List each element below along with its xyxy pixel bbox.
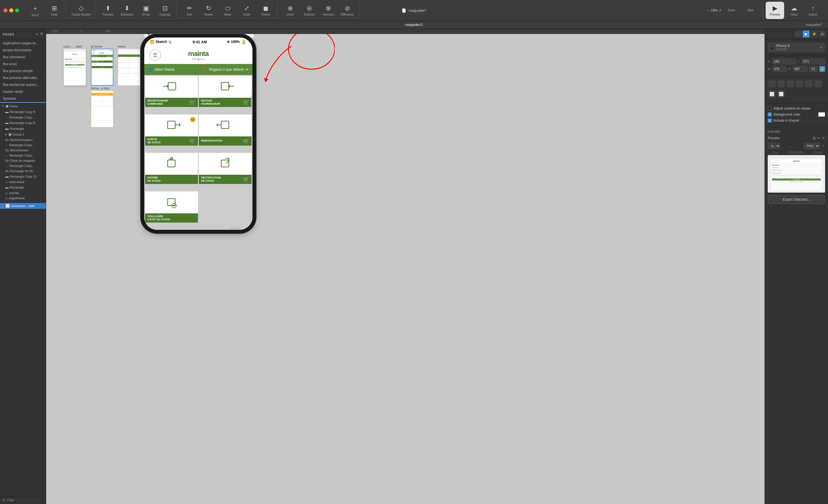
export-toolbar-button[interactable]: ↑ Export xyxy=(804,2,822,19)
tile-sortie-stock[interactable]: 12 SORTIEDE STOCK 🛒 xyxy=(145,114,198,146)
layer-overlay[interactable]: ◎ overlay xyxy=(3,190,46,195)
align-center-v-button[interactable]: ⬛ xyxy=(804,80,813,88)
presets-close-icon[interactable]: ✕ xyxy=(822,136,825,140)
page-item-flux-process-alt[interactable]: flux-process-alternativ... xyxy=(0,75,46,81)
layer-synchronisation[interactable]: Aa Synchronisation xyxy=(3,137,46,142)
distribute-v-button[interactable]: ⬜ xyxy=(777,90,785,98)
tile-entree-stock[interactable]: ENTRÉEDE STOCK xyxy=(145,153,198,184)
layer-deconnexion[interactable]: Aa Déconnexion xyxy=(3,148,46,153)
export-size-select[interactable]: 1x xyxy=(768,143,780,149)
align-bottom-button[interactable]: ⬛ xyxy=(814,80,822,88)
settings-icon[interactable]: ⚡ xyxy=(811,31,818,38)
lock-proportions-toggle[interactable]: 🔒 xyxy=(819,66,825,72)
create-symbol-button[interactable]: ◇ Create Symbol xyxy=(70,2,93,19)
zoom-in-icon[interactable]: + xyxy=(719,8,721,13)
more-icon[interactable]: ⊞ xyxy=(819,31,826,38)
backward-button[interactable]: ⬇ Backward xyxy=(118,2,136,19)
background-color-checkbox[interactable]: ✓ xyxy=(768,112,772,117)
align-left-button[interactable]: ⬛ xyxy=(768,80,776,88)
tile-visualiser[interactable]: VISUALISERL'ÉTAT DU STOCK xyxy=(145,191,198,223)
layer-rect-copy8[interactable]: ▬ Rectangle Copy 8 xyxy=(3,120,46,126)
background-color-swatch[interactable] xyxy=(818,112,825,117)
page-item-flux-connexion[interactable]: flux-connexion xyxy=(0,54,46,60)
layer-rect-copy-c[interactable]: — Rectangle Copy... xyxy=(3,153,46,158)
hamburger-button[interactable]: ☰ xyxy=(150,49,161,61)
zoom-out-icon[interactable]: − xyxy=(707,8,709,13)
layer-menu-group[interactable]: ▼ ▣ menu xyxy=(0,103,46,109)
y-input[interactable] xyxy=(802,58,825,64)
layer-rect-copy9[interactable]: ▬ Rectangle Copy 9 xyxy=(3,109,46,115)
align-right-button[interactable]: ⬛ xyxy=(786,80,794,88)
group-button[interactable]: ▣ Group xyxy=(137,2,155,19)
export-btn-arrow-icon[interactable]: ↑ xyxy=(770,204,772,209)
layer-connexion-start[interactable]: ▼ ⬜ connexion - start xyxy=(0,203,46,209)
flatten-button[interactable]: ◼ Flatten xyxy=(256,2,275,19)
data-button[interactable]: ⊞ Data xyxy=(45,2,64,19)
artboard-thumb-menu[interactable] xyxy=(118,49,140,86)
canvas-area[interactable]: -520 0 520 conn... - start mainta Bienve… xyxy=(46,29,764,504)
layer-rect-copy11[interactable]: ▬ Rectangle Copy 11 xyxy=(3,174,46,179)
ungroup-button[interactable]: ⊡ Ungroup xyxy=(156,2,174,19)
insert-button[interactable]: ＋ Insert xyxy=(26,2,44,19)
union-button[interactable]: ⊕ Union xyxy=(281,2,299,19)
fit-button[interactable]: Fit xyxy=(809,66,818,72)
page-item-symbols[interactable]: Symbols xyxy=(0,95,46,102)
rotate-button[interactable]: ↻ Rotate xyxy=(199,2,218,19)
edit-button[interactable]: ✏ Edit xyxy=(180,2,199,19)
x-input[interactable] xyxy=(772,58,796,64)
include-export-checkbox[interactable]: ✓ xyxy=(768,119,772,123)
vertical-scrollbar[interactable] xyxy=(251,95,252,109)
subtract-button[interactable]: ⊖ Subtract xyxy=(300,2,319,19)
tile-reintegration[interactable]: RÉINTÉGRATION 🛒 xyxy=(199,114,252,146)
page-item-master-detail[interactable]: master-detail xyxy=(0,88,46,95)
presets-edit-icon[interactable]: ✏ xyxy=(817,136,821,140)
export-format-select[interactable]: PNG xyxy=(804,143,820,149)
layer-page-home[interactable]: ◎ page/home xyxy=(3,195,46,201)
presets-options-icon[interactable]: ⊞ xyxy=(813,136,816,140)
layer-rect-copy-a[interactable]: — Rectangle Copy... xyxy=(3,115,46,120)
close-btn[interactable] xyxy=(3,8,7,12)
mask-button[interactable]: ⬭ Mask xyxy=(218,2,237,19)
preview-button[interactable]: ▶ Preview xyxy=(766,2,784,19)
scale-button[interactable]: ⤢ Scale xyxy=(238,2,256,19)
page-item-flux-recherche[interactable]: flux-recherche-autoco... xyxy=(0,81,46,88)
tile-receptionner[interactable]: RÉCEPTIONNERCOMMANDE 🛒 xyxy=(145,76,198,107)
layer-reset-black[interactable]: ◎ reset-black xyxy=(3,179,46,185)
add-page-button[interactable]: ＋ xyxy=(35,31,39,37)
align-center-h-button[interactable]: ⬛ xyxy=(777,80,785,88)
layer-rect-copy-d[interactable]: — Rectangle Copy... xyxy=(3,163,46,168)
w-input[interactable] xyxy=(772,66,786,72)
page-item-flux-process[interactable]: flux-process-simple xyxy=(0,67,46,75)
page-item-ecrans[interactable]: écrans-formulaires xyxy=(0,47,46,54)
adjust-content-checkbox[interactable] xyxy=(768,106,772,110)
page-item-explications[interactable]: explications-pages-to... xyxy=(0,40,46,47)
device-selector[interactable]: 📱 iPhone 8 375×667 ▼ xyxy=(768,42,825,52)
h-input[interactable] xyxy=(793,66,807,72)
maximize-btn[interactable] xyxy=(15,8,19,12)
layer-rect-copy-b[interactable]: — Rectangle Copy... xyxy=(3,142,46,148)
cloud-button[interactable]: ☁ Cloud xyxy=(785,2,803,19)
upload-icon[interactable]: ↑ xyxy=(794,31,801,38)
layer-group2[interactable]: ▶ ▣ Group 2 xyxy=(3,132,46,137)
artboard-thumb-conn-start[interactable]: mainta Bienvenue CONNEXION MOT DE PASSE … xyxy=(64,49,86,86)
horizontal-scrollbar[interactable] xyxy=(230,228,241,229)
tile-retour-fournisseur[interactable]: RETOURFOURNISSEUR 🛒 xyxy=(199,76,252,107)
minimize-btn[interactable] xyxy=(9,8,13,12)
artboard-thumb-home[interactable]: Sketch 9:41 ☰ mainta Albert M. Magasin A xyxy=(91,49,113,86)
intersect-button[interactable]: ⊗ Intersect xyxy=(319,2,337,19)
edit-store-icon[interactable]: ✏ xyxy=(246,67,249,72)
page-item-flux-scan[interactable]: flux-scan xyxy=(0,60,46,67)
layer-recharger[interactable]: Aa Recharger le réf... xyxy=(3,168,46,174)
align-top-button[interactable]: ⬛ xyxy=(795,80,803,88)
pages-settings-icon[interactable]: ≡ xyxy=(40,31,43,37)
export-row-delete-icon[interactable]: ✕ xyxy=(822,144,825,148)
export-selected-button[interactable]: Export Selected... xyxy=(768,195,825,204)
view-button[interactable]: View xyxy=(741,2,760,19)
forward-button[interactable]: ⬆ Forward xyxy=(99,2,117,19)
distribute-h-button[interactable]: ⬜ xyxy=(768,90,776,98)
layer-rect[interactable]: ▬ Rectangle xyxy=(3,126,46,132)
filter-input[interactable] xyxy=(16,498,46,502)
tile-rectification[interactable]: RECTIFICATIONDE STOCK 🛒 xyxy=(199,153,252,184)
toggle-view-icon[interactable]: ▶ xyxy=(802,31,810,38)
layer-choix-magasin[interactable]: Aa Choix du magasin xyxy=(3,158,46,163)
